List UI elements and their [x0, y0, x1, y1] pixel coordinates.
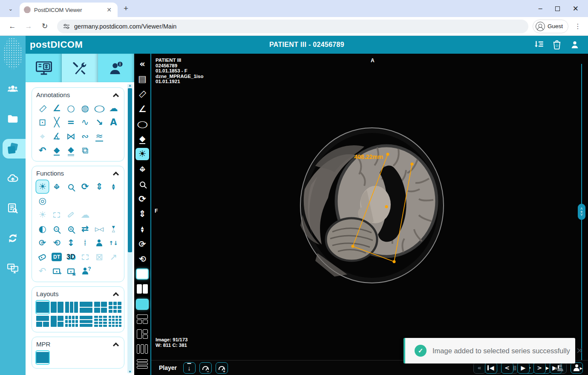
window-level-button[interactable]: ☀ [36, 180, 49, 193]
freehand-button[interactable]: ☁ [107, 102, 120, 115]
scroll-down-icon[interactable]: ▼ [128, 370, 132, 374]
ruler-button[interactable]: ▭ [36, 102, 49, 115]
tag-button[interactable] [36, 251, 49, 263]
parallel-lines-button[interactable]: = [65, 116, 77, 129]
scroll-stack-button[interactable]: ⇕ [135, 208, 149, 220]
zoom-out-button[interactable] [50, 222, 63, 235]
speed-down-button[interactable] [199, 362, 212, 374]
layout-3x3-button[interactable] [109, 301, 121, 314]
angle-button[interactable]: ∠ [50, 102, 63, 115]
reset-window-button[interactable]: ⟲⚙ [135, 253, 149, 265]
sidebar-item-sync[interactable] [0, 228, 26, 248]
cobb-angle-button[interactable]: ⋈ [65, 130, 77, 143]
invert-button[interactable]: ◐ [36, 222, 49, 235]
tab-close-icon[interactable]: ✕ [105, 6, 113, 13]
toolbar-layout-3cols-button[interactable] [135, 343, 149, 355]
toast-close-icon[interactable]: ✕ [576, 346, 583, 356]
minimize-button[interactable]: – [539, 5, 542, 12]
polyline-button[interactable]: ∿ [79, 116, 91, 129]
collapse-chevron-icon[interactable] [113, 292, 119, 298]
layout-1left-2right-button[interactable] [51, 315, 63, 328]
ellipse-button[interactable]: ○ [93, 102, 105, 115]
dicom-viewport[interactable]: 408.22mm PATIENT III 02456789 01.01.1853… [151, 54, 588, 360]
text-annotation-button[interactable]: A [107, 116, 120, 129]
pan-button[interactable]: ↔↕ [50, 180, 63, 193]
angle-button[interactable]: ∠ [135, 103, 149, 115]
recycle-bin-button[interactable]: ♲ [551, 39, 562, 50]
target-button[interactable]: ◎ [36, 194, 49, 207]
add-image-button[interactable] [50, 265, 63, 277]
reload-button[interactable]: ↻ [38, 20, 51, 33]
reset-rotation-button[interactable]: ⟳⚙ [135, 238, 149, 250]
mirror-vertical-button[interactable]: ▼△ [107, 222, 120, 235]
profile-button[interactable]: Guest [533, 20, 568, 33]
spline-wave-button[interactable]: ≈ [93, 130, 105, 143]
angle-lines-button[interactable]: ∡ [50, 130, 63, 143]
hatched-circle-button[interactable]: ◍ [79, 102, 91, 115]
previous-image-button[interactable]: < [501, 362, 513, 374]
three-d-button[interactable]: 3D [65, 251, 77, 263]
collapse-panel-button[interactable]: « [135, 58, 149, 70]
cine-stack-button[interactable]: ▲▼ [107, 180, 120, 193]
flip-horizontal-button[interactable]: ⇄ [79, 222, 91, 235]
address-bar[interactable]: germany.postdicom.com/Viewer/Main [57, 20, 528, 33]
maximize-button[interactable] [555, 6, 560, 11]
layout-1x3-button[interactable] [65, 301, 78, 314]
speed-up-button[interactable] [216, 362, 228, 374]
tab-search-chevron-icon[interactable]: ⌄ [5, 3, 16, 14]
layout-1top-2bottom-button[interactable] [36, 315, 49, 328]
first-image-button[interactable]: ◀ [485, 362, 497, 374]
collapse-chevron-icon[interactable] [113, 93, 119, 99]
layout-2x1-button[interactable] [80, 301, 92, 314]
pan-button[interactable]: ↔↕ [135, 163, 149, 175]
forward-button[interactable]: → [22, 20, 35, 33]
tab-tools[interactable] [62, 54, 98, 82]
layout-1x1-button[interactable] [36, 301, 49, 314]
rotate-button[interactable]: ⟳ [135, 193, 149, 205]
sidebar-item-images[interactable] [0, 139, 26, 159]
erase-annotation-button[interactable]: ⬥ [50, 144, 63, 157]
ruler-button[interactable]: ▭ [135, 88, 149, 100]
dicom-tags-button[interactable]: DT [50, 251, 63, 263]
patient-orientation-button[interactable] [93, 237, 105, 249]
undo-annotation-button[interactable]: ↶ [36, 144, 49, 157]
zoom-in-button[interactable] [65, 222, 77, 235]
layout-4x3-button[interactable] [65, 315, 78, 328]
sidebar-item-users[interactable] [0, 79, 26, 99]
sidebar-item-query[interactable] [0, 199, 26, 218]
browser-tab[interactable]: PostDICOM Viewer ✕ [20, 3, 118, 17]
erase-all-annotations-button[interactable]: ⬥ [65, 144, 77, 157]
collapse-chevron-icon[interactable] [113, 172, 119, 178]
cine-stack-button[interactable]: ▲▼ [135, 223, 149, 235]
scroll-stack-button[interactable]: ⇕ [93, 180, 105, 193]
mirror-horizontal-button[interactable]: ▷◁ [93, 222, 105, 235]
tab-viewer[interactable] [26, 54, 62, 82]
circle-button[interactable]: ○ [65, 102, 77, 115]
window-level-button[interactable]: ☀ [135, 148, 149, 160]
zoom-button[interactable] [65, 180, 77, 193]
report-view-button[interactable]: ▤ [135, 73, 149, 85]
next-patient-button[interactable]: ▶ [571, 362, 583, 374]
closed-freehand-button[interactable]: ∾ [79, 130, 91, 143]
sort-images-button[interactable]: ↑↓ [107, 237, 120, 249]
zoom-button[interactable] [135, 178, 149, 190]
toolbar-layout-1x2-button[interactable] [135, 283, 149, 295]
roi-rect-button[interactable]: ⊡ [36, 116, 49, 129]
measurement-annotation[interactable]: 408.22mm [151, 54, 588, 360]
tab-info[interactable]: i [98, 54, 134, 82]
mpr-layout-1-button[interactable] [36, 351, 49, 364]
expand-vertical-button[interactable]: ↕ [65, 237, 77, 249]
new-tab-button[interactable]: + [124, 4, 128, 13]
save-annotation-button[interactable]: ⧉ [79, 144, 91, 157]
cross-measure-button[interactable]: ╳ [50, 116, 63, 129]
eraser-button[interactable]: ⬥ [135, 133, 149, 145]
panel-scrollbar[interactable]: ▲ ▼ [127, 84, 133, 373]
collapse-vertical-button[interactable]: ↓↑ [79, 237, 91, 249]
layout-1x2-button[interactable] [51, 301, 63, 314]
layout-3rows-button[interactable] [80, 315, 92, 328]
layout-3x4-button[interactable] [94, 315, 107, 328]
next-image-button[interactable]: > [533, 362, 546, 374]
panel-scrollbar-thumb[interactable] [128, 88, 132, 252]
collapse-chevron-icon[interactable] [113, 343, 119, 349]
account-button[interactable] [569, 39, 580, 50]
